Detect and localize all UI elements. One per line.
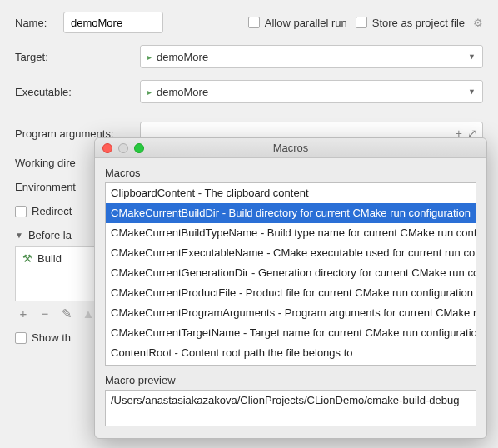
before-launch-label: Before la xyxy=(28,229,72,241)
checkbox-icon xyxy=(248,17,260,28)
executable-value: demoMore xyxy=(157,86,208,98)
macro-item[interactable]: ContentRoot - Content root path the file… xyxy=(106,343,476,363)
macros-label: Macros xyxy=(105,167,476,179)
allow-parallel-checkbox[interactable]: Allow parallel run xyxy=(248,17,347,29)
store-project-checkbox[interactable]: Store as project file ⚙ xyxy=(356,17,483,29)
macro-item[interactable]: ClipboardContent - The clipboard content xyxy=(106,183,476,203)
checkbox-icon xyxy=(15,206,27,217)
target-value: demoMore xyxy=(157,51,208,63)
macros-list[interactable]: ClipboardContent - The clipboard content… xyxy=(105,182,476,366)
macro-item[interactable]: CMakeCurrentBuildTypeName - Build type n… xyxy=(106,223,476,243)
macro-item[interactable]: CMakeCurrentProgramArguments - Program a… xyxy=(106,303,476,323)
remove-button[interactable]: − xyxy=(38,306,52,321)
redirect-checkbox[interactable]: Redirect xyxy=(15,205,72,217)
name-label: Name: xyxy=(15,17,55,29)
dialog-title: Macros xyxy=(95,142,486,154)
edit-button[interactable]: ✎ xyxy=(60,306,73,321)
macro-item[interactable]: CMakeCurrentBuildDir - Build directory f… xyxy=(106,203,476,223)
dialog-titlebar[interactable]: Macros xyxy=(95,138,486,158)
add-button[interactable]: + xyxy=(17,306,30,321)
checkbox-icon xyxy=(15,332,27,344)
build-label: Build xyxy=(37,252,62,265)
target-combo[interactable]: ▸ demoMore ▼ xyxy=(140,45,483,68)
preview-label: Macro preview xyxy=(105,374,476,386)
macro-item[interactable]: CMakeCurrentExecutableName - CMake execu… xyxy=(106,243,476,263)
macro-item[interactable]: CMakeCurrentGenerationDir - Generation d… xyxy=(106,263,476,283)
macros-dialog: Macros Macros ClipboardContent - The cli… xyxy=(94,137,487,439)
target-label: Target: xyxy=(15,51,132,63)
checkbox-icon xyxy=(356,17,367,28)
store-project-label: Store as project file xyxy=(372,17,465,29)
allow-parallel-label: Allow parallel run xyxy=(265,17,347,29)
chevron-down-icon: ▼ xyxy=(468,52,476,61)
hammer-icon: ⚒ xyxy=(22,252,32,265)
show-checkbox[interactable]: Show th xyxy=(15,331,71,344)
macro-item[interactable]: FileDir - File directory xyxy=(106,363,476,366)
macro-item[interactable]: CMakeCurrentTargetName - Target name for… xyxy=(106,323,476,343)
macro-item[interactable]: CMakeCurrentProductFile - Product file f… xyxy=(106,283,476,303)
executable-icon: ▸ xyxy=(147,87,152,97)
executable-combo[interactable]: ▸ demoMore ▼ xyxy=(140,80,483,103)
chevron-down-icon: ▼ xyxy=(468,87,476,96)
executable-label: Executable: xyxy=(15,86,132,98)
up-button[interactable]: ▲ xyxy=(82,306,95,321)
chevron-down-icon[interactable]: ▼ xyxy=(15,231,23,240)
show-label: Show th xyxy=(32,331,71,344)
name-input[interactable] xyxy=(63,12,163,33)
gear-icon[interactable]: ⚙ xyxy=(473,17,483,29)
target-icon: ▸ xyxy=(147,52,152,62)
redirect-label: Redirect xyxy=(32,205,72,217)
preview-box: /Users/anastasiakazakova/ClionProjects/C… xyxy=(105,390,476,426)
